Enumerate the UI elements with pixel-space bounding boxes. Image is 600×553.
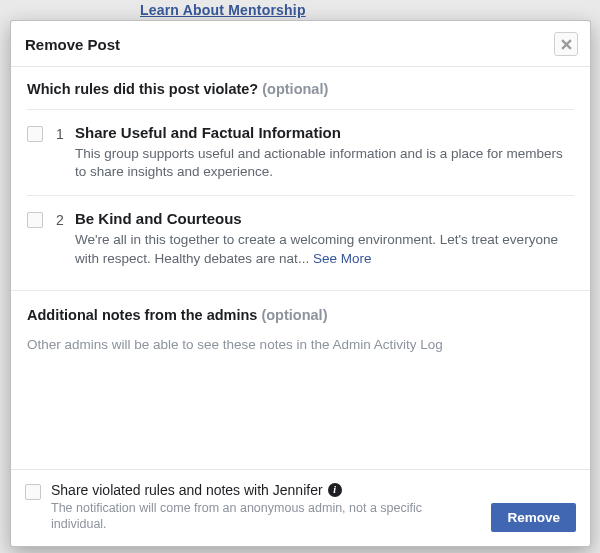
rule-number: 1 xyxy=(49,126,71,142)
share-text: Share violated rules and notes with Jenn… xyxy=(51,482,431,533)
share-block: Share violated rules and notes with Jenn… xyxy=(25,482,491,533)
share-label: Share violated rules and notes with Jenn… xyxy=(51,482,323,498)
rule-checkbox-1[interactable] xyxy=(27,126,43,142)
remove-button[interactable]: Remove xyxy=(491,503,576,532)
rule-content: Share Useful and Factual Information Thi… xyxy=(75,124,574,181)
rule-content: Be Kind and Courteous We're all in this … xyxy=(75,210,574,267)
share-checkbox[interactable] xyxy=(25,484,41,500)
rules-heading: Which rules did this post violate? (opti… xyxy=(27,81,574,97)
rule-title: Share Useful and Factual Information xyxy=(75,124,574,141)
rules-heading-text: Which rules did this post violate? xyxy=(27,81,258,97)
share-label-row: Share violated rules and notes with Jenn… xyxy=(51,482,431,498)
remove-post-modal: Remove Post Which rules did this post vi… xyxy=(10,20,591,547)
optional-label: (optional) xyxy=(262,81,328,97)
optional-label: (optional) xyxy=(261,307,327,323)
rule-checkbox-2[interactable] xyxy=(27,212,43,228)
close-button[interactable] xyxy=(554,32,578,56)
info-icon[interactable]: i xyxy=(328,483,342,497)
background-link[interactable]: Learn About Mentorship xyxy=(140,2,306,18)
notes-heading-text: Additional notes from the admins xyxy=(27,307,257,323)
rule-item: 2 Be Kind and Courteous We're all in thi… xyxy=(27,195,574,281)
rule-description: This group supports useful and actionabl… xyxy=(75,145,574,181)
notes-section: Additional notes from the admins (option… xyxy=(27,291,574,352)
rule-title: Be Kind and Courteous xyxy=(75,210,574,227)
modal-title: Remove Post xyxy=(25,36,120,53)
rule-number: 2 xyxy=(49,212,71,228)
rule-description: We're all in this together to create a w… xyxy=(75,231,574,267)
notes-hint: Other admins will be able to see these n… xyxy=(27,337,574,352)
modal-body: Which rules did this post violate? (opti… xyxy=(11,67,590,469)
see-more-link[interactable]: See More xyxy=(313,251,372,266)
modal-header: Remove Post xyxy=(11,21,590,67)
modal-footer: Share violated rules and notes with Jenn… xyxy=(11,469,590,547)
rules-list: 1 Share Useful and Factual Information T… xyxy=(27,109,574,286)
share-sublabel: The notification will come from an anony… xyxy=(51,500,431,533)
notes-heading: Additional notes from the admins (option… xyxy=(27,307,574,323)
rule-item: 1 Share Useful and Factual Information T… xyxy=(27,109,574,195)
close-icon xyxy=(561,39,572,50)
